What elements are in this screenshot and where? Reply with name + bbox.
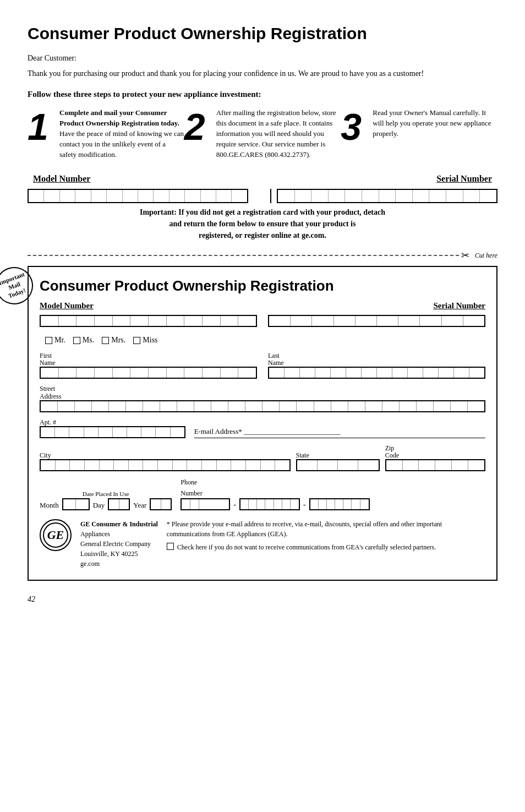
email-note: * Please provide your e-mail address to … xyxy=(167,519,485,552)
top-model-serial-inputs xyxy=(28,189,497,203)
date-section: Date Placed In Use Month Day Year xyxy=(40,490,172,510)
last-name-label: LastName xyxy=(268,352,485,367)
page-title: Consumer Product Ownership Registration xyxy=(28,22,497,45)
page-number: 42 xyxy=(28,594,497,605)
cut-here-label: Cut here xyxy=(475,251,497,260)
scissors-icon: ✂ xyxy=(461,249,469,263)
lower-input-row xyxy=(40,315,485,327)
ge-division: Appliances xyxy=(80,530,110,538)
ge-address-line: Louisville, KY 40225 xyxy=(80,550,138,558)
mr-checkbox[interactable] xyxy=(45,337,52,344)
year-label: Year xyxy=(133,500,146,510)
step-3-text: Read your Owner's Manual carefully. It w… xyxy=(373,108,497,139)
step-3-number: 3 xyxy=(341,108,368,145)
apt-label: Apt. # xyxy=(40,419,185,426)
street-address-input[interactable] xyxy=(40,400,485,412)
street-address-group: StreetAddress xyxy=(40,385,485,412)
step-1-bold: Complete and mail your Consumer Product … xyxy=(59,108,179,127)
cut-line: ✂ Cut here xyxy=(28,249,497,263)
zip-label: ZipCode xyxy=(385,445,485,459)
important-circle-text: ImportantMailToday! xyxy=(0,270,31,301)
top-model-input-box[interactable] xyxy=(28,189,248,203)
model-number-label: Model Number xyxy=(33,173,90,185)
phone-dash-2: - xyxy=(302,499,307,510)
ms-label: Ms. xyxy=(83,335,94,346)
top-serial-ticks xyxy=(277,189,497,203)
svg-text:GE: GE xyxy=(47,528,64,542)
state-group: State xyxy=(296,452,380,471)
lower-serial-box[interactable] xyxy=(268,315,485,327)
email-field[interactable]: E-mail Address* ________________________… xyxy=(194,427,485,438)
miss-checkbox-item[interactable]: Miss xyxy=(133,335,157,346)
state-label: State xyxy=(296,452,380,459)
step-2-text: After mailing the registration below, st… xyxy=(216,108,341,160)
important-circle: ImportantMailToday! xyxy=(0,261,39,309)
zip-input[interactable] xyxy=(385,459,485,471)
zip-group: ZipCode xyxy=(385,445,485,471)
ge-company-name: GE Consumer & Industrial xyxy=(80,520,158,528)
phone-dash-1: - xyxy=(232,499,237,510)
lower-model-ticks xyxy=(40,315,257,327)
mrs-checkbox[interactable] xyxy=(102,337,109,344)
dear-customer-text: Dear Customer: xyxy=(28,53,497,64)
state-input[interactable] xyxy=(296,459,380,471)
ge-address: GE Consumer & Industrial Appliances Gene… xyxy=(80,519,158,569)
check-note-text: Check here if you do not want to receive… xyxy=(177,542,436,552)
phone-label: PhoneNumber xyxy=(181,478,202,497)
top-model-ticks xyxy=(28,189,248,203)
miss-label: Miss xyxy=(143,335,157,346)
city-group: City xyxy=(40,452,291,471)
model-tick-1 xyxy=(29,190,44,202)
ms-checkbox[interactable] xyxy=(73,337,80,344)
day-label: Day xyxy=(93,500,105,510)
email-note-text: * Please provide your e-mail address to … xyxy=(167,520,442,538)
phone-group: PhoneNumber - - xyxy=(181,477,485,510)
important-notice: Important: If you did not get a registra… xyxy=(28,206,497,241)
city-input[interactable] xyxy=(40,459,291,471)
lower-serial-ticks xyxy=(268,315,485,327)
last-name-input[interactable] xyxy=(268,367,485,379)
follow-steps-header: Follow these three steps to protect your… xyxy=(28,89,497,100)
phone-prefix xyxy=(239,498,300,510)
step-2-number: 2 xyxy=(184,108,212,145)
step-2: 2 After mailing the registration below, … xyxy=(184,108,341,160)
phone-input[interactable]: - - xyxy=(181,498,485,510)
lower-serial-label: Serial Number xyxy=(433,300,485,312)
month-label: Month xyxy=(40,500,59,510)
important-bold: Important: If you did not get a registra… xyxy=(140,208,385,239)
mrs-checkbox-item[interactable]: Mrs. xyxy=(102,335,125,346)
bottom-row: GE GE Consumer & Industrial Appliances G… xyxy=(40,519,485,569)
city-label: City xyxy=(40,452,291,459)
apt-email-row: Apt. # E-mail Address* _________________… xyxy=(40,419,485,438)
apt-input[interactable] xyxy=(40,426,185,438)
step-1-number: 1 xyxy=(28,108,55,145)
date-placed-label: Date Placed In Use xyxy=(40,490,172,498)
steps-container: 1 Complete and mail your Consumer Produc… xyxy=(28,108,497,160)
model-serial-labels: Model Number Serial Number xyxy=(28,173,497,185)
mr-checkbox-item[interactable]: Mr. xyxy=(45,335,65,346)
city-state-zip-row: City State xyxy=(40,445,485,471)
lower-model-box[interactable] xyxy=(40,315,257,327)
first-name-input[interactable] xyxy=(40,367,257,379)
ge-logo: GE xyxy=(40,519,72,551)
step-1-text: Complete and mail your Consumer Product … xyxy=(59,108,184,160)
step-1-rest: Have the peace of mind of knowing we can… xyxy=(59,129,184,159)
step-1: 1 Complete and mail your Consumer Produc… xyxy=(28,108,184,160)
lower-model-label: Model Number xyxy=(40,300,94,312)
lower-title: Consumer Product Ownership Registration xyxy=(40,276,485,296)
phone-area xyxy=(181,498,230,510)
salutation-row: Mr. Ms. Mrs. Miss xyxy=(45,335,485,346)
ge-logo-svg: GE xyxy=(43,522,68,548)
date-phone-row: Date Placed In Use Month Day Year xyxy=(40,477,485,510)
date-sub-row: Month Day Year xyxy=(40,498,172,510)
top-serial-input-box[interactable] xyxy=(277,189,497,203)
miss-checkbox[interactable] xyxy=(133,337,140,344)
day-input[interactable] xyxy=(108,498,130,510)
month-input[interactable] xyxy=(62,498,90,510)
check-note-checkbox[interactable] xyxy=(167,543,174,550)
name-row: FirstName LastName xyxy=(40,352,485,379)
first-name-group: FirstName xyxy=(40,352,257,379)
year-input[interactable] xyxy=(150,498,172,510)
ms-checkbox-item[interactable]: Ms. xyxy=(73,335,94,346)
mrs-label: Mrs. xyxy=(111,335,125,346)
